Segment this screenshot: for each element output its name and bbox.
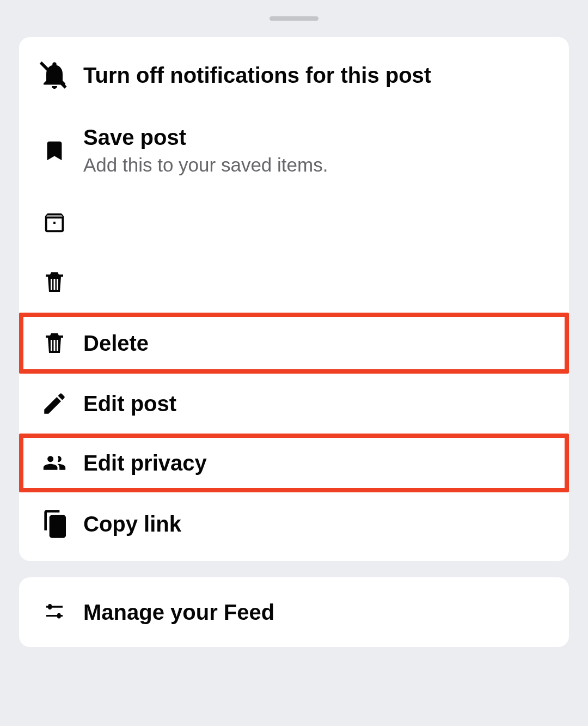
menu-item-subtitle: Add this to your saved items. xyxy=(83,152,328,178)
menu-item-copy-link[interactable]: Copy link xyxy=(19,492,569,556)
sliders-icon xyxy=(38,601,71,623)
menu-item-title: Delete xyxy=(83,330,149,356)
menu-item-text: Delete xyxy=(83,330,149,356)
trash-icon xyxy=(38,268,71,296)
menu-item-title: Turn off notifications for this post xyxy=(83,62,431,88)
menu-card-primary: Turn off notifications for this post Sav… xyxy=(19,37,569,561)
trash-icon xyxy=(38,329,71,357)
svg-rect-6 xyxy=(57,340,58,351)
svg-rect-1 xyxy=(51,279,52,290)
people-icon xyxy=(38,451,71,475)
svg-rect-5 xyxy=(54,340,56,351)
archive-icon xyxy=(38,210,71,235)
menu-item-edit-post[interactable]: Edit post xyxy=(19,374,569,434)
menu-item-archive[interactable] xyxy=(19,194,569,252)
menu-item-text: Manage your Feed xyxy=(83,599,274,625)
menu-card-secondary: Manage your Feed xyxy=(19,577,569,647)
drag-handle[interactable] xyxy=(270,16,318,21)
svg-rect-3 xyxy=(57,279,58,290)
svg-rect-4 xyxy=(51,340,52,351)
menu-item-delete[interactable]: Delete xyxy=(19,313,569,374)
menu-item-title: Edit privacy xyxy=(83,450,207,476)
pencil-icon xyxy=(38,390,71,417)
menu-item-text: Edit privacy xyxy=(83,450,207,476)
menu-item-turn-off-notifications[interactable]: Turn off notifications for this post xyxy=(19,42,569,108)
menu-item-text: Turn off notifications for this post xyxy=(83,62,431,88)
menu-item-text: Edit post xyxy=(83,391,176,417)
menu-item-text: Save post Add this to your saved items. xyxy=(83,124,328,178)
menu-item-title: Save post xyxy=(83,124,328,150)
menu-item-trash[interactable] xyxy=(19,252,569,313)
menu-item-title: Manage your Feed xyxy=(83,599,274,625)
action-sheet: Turn off notifications for this post Sav… xyxy=(5,0,583,726)
copy-icon xyxy=(38,509,71,539)
menu-item-title: Copy link xyxy=(83,511,181,537)
menu-item-title: Edit post xyxy=(83,391,176,417)
menu-item-save-post[interactable]: Save post Add this to your saved items. xyxy=(19,108,569,194)
menu-item-edit-privacy[interactable]: Edit privacy xyxy=(19,434,569,492)
svg-rect-2 xyxy=(54,279,56,290)
menu-item-manage-feed[interactable]: Manage your Feed xyxy=(19,583,569,642)
menu-item-text: Copy link xyxy=(83,511,181,537)
bell-slash-icon xyxy=(38,59,71,91)
bookmark-icon xyxy=(38,136,71,166)
